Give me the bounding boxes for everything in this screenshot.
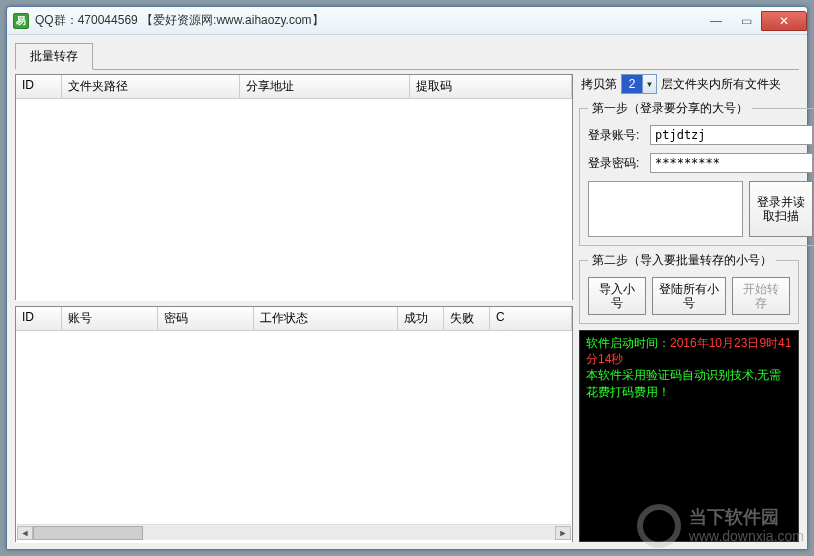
col-password[interactable]: 密码 [158,307,254,330]
account-input[interactable] [650,125,813,145]
account-list-body[interactable] [16,331,572,543]
col-share-url[interactable]: 分享地址 [240,75,410,98]
client-area: 批量转存 ID 文件夹路径 分享地址 提取码 ID 账号 [7,35,807,549]
log-line2: 本软件采用验证码自动识别技术,无需花费打码费用！ [586,368,781,398]
step1-group: 第一步（登录要分享的大号） 登录账号: 登录密码: 登录并读取扫描 [579,100,814,246]
login-all-button[interactable]: 登陆所有小号 [652,277,726,315]
copy-prefix-label: 拷贝第 [581,76,617,93]
log-console: 软件启动时间：2016年10月23日9时41分14秒 本软件采用验证码自动识别技… [579,330,799,542]
col-id[interactable]: ID [16,75,62,98]
titlebar[interactable]: 易 QQ群：470044569 【爱好资源网:www.aihaozy.com】 … [7,7,807,35]
tab-batch-transfer[interactable]: 批量转存 [15,43,93,70]
import-accounts-button[interactable]: 导入小号 [588,277,646,315]
log-line1-prefix: 软件启动时间： [586,336,670,350]
share-list-header: ID 文件夹路径 分享地址 提取码 [16,75,572,99]
maximize-button[interactable]: ▭ [731,11,761,31]
minimize-button[interactable]: — [701,11,731,31]
login-scan-button[interactable]: 登录并读取扫描 [749,181,813,237]
col-success[interactable]: 成功 [398,307,444,330]
chevron-down-icon[interactable]: ▼ [642,75,656,93]
scroll-thumb[interactable] [33,526,143,540]
share-list-body[interactable] [16,99,572,301]
col-extract-code[interactable]: 提取码 [410,75,572,98]
step1-legend: 第一步（登录要分享的大号） [588,100,752,117]
captcha-box[interactable] [588,181,743,237]
share-list[interactable]: ID 文件夹路径 分享地址 提取码 [15,74,573,300]
window-title: QQ群：470044569 【爱好资源网:www.aihaozy.com】 [35,12,324,29]
account-list-header: ID 账号 密码 工作状态 成功 失败 C [16,307,572,331]
level-combobox[interactable]: 2 ▼ [621,74,657,94]
app-window: 易 QQ群：470044569 【爱好资源网:www.aihaozy.com】 … [6,6,808,550]
copy-suffix-label: 层文件夹内所有文件夹 [661,76,781,93]
step2-group: 第二步（导入要批量转存的小号） 导入小号 登陆所有小号 开始转存 [579,252,799,324]
account-label: 登录账号: [588,127,644,144]
tabstrip: 批量转存 [15,43,799,70]
col-account[interactable]: 账号 [62,307,158,330]
start-transfer-button[interactable]: 开始转存 [732,277,790,315]
scroll-track[interactable] [33,526,555,540]
horizontal-scrollbar[interactable]: ◄ ► [17,524,571,540]
scroll-right-arrow[interactable]: ► [555,526,571,540]
password-label: 登录密码: [588,155,644,172]
col-id[interactable]: ID [16,307,62,330]
col-folder-path[interactable]: 文件夹路径 [62,75,240,98]
close-button[interactable]: ✕ [761,11,807,31]
level-selected-value: 2 [622,75,642,93]
account-list[interactable]: ID 账号 密码 工作状态 成功 失败 C ◄ ► [15,306,573,542]
col-fail[interactable]: 失败 [444,307,490,330]
password-input[interactable] [650,153,813,173]
col-status[interactable]: 工作状态 [254,307,398,330]
scroll-left-arrow[interactable]: ◄ [17,526,33,540]
step2-legend: 第二步（导入要批量转存的小号） [588,252,776,269]
col-extra[interactable]: C [490,307,572,330]
copy-level-row: 拷贝第 2 ▼ 层文件夹内所有文件夹 [579,74,799,94]
app-icon: 易 [13,13,29,29]
